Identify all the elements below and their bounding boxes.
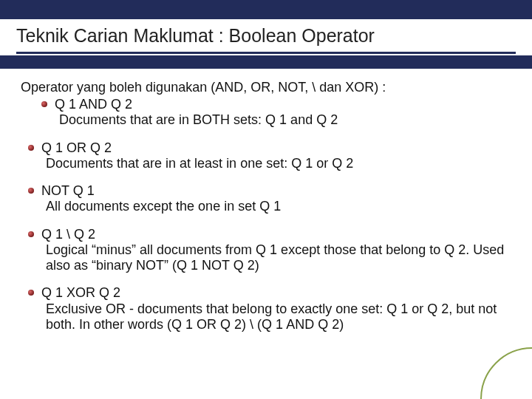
operator-minus: Q 1 \ Q 2 Logical “minus” all documents … bbox=[21, 227, 511, 274]
operator-title: Q 1 \ Q 2 bbox=[41, 227, 511, 242]
operator-description: Logical “minus” all documents from Q 1 e… bbox=[41, 242, 511, 273]
bullet-icon bbox=[41, 101, 47, 107]
intro-text: Operator yang boleh digunakan (AND, OR, … bbox=[21, 80, 511, 95]
operator-list: Q 1 OR Q 2 Documents that are in at leas… bbox=[21, 140, 511, 332]
operator-xor: Q 1 XOR Q 2 Exclusive OR - documents tha… bbox=[21, 285, 511, 332]
operator-description: Documents that are in BOTH sets: Q 1 and… bbox=[55, 112, 511, 128]
operator-description: All documents except the one in set Q 1 bbox=[41, 199, 511, 214]
operator-title: Q 1 XOR Q 2 bbox=[41, 285, 511, 301]
title-underline bbox=[16, 52, 516, 54]
operator-and: Q 1 AND Q 2 Documents that are in BOTH s… bbox=[21, 97, 511, 128]
slide-body: Operator yang boleh digunakan (AND, OR, … bbox=[21, 80, 511, 395]
title-thick-bar bbox=[0, 55, 532, 69]
operator-description: Exclusive OR - documents that belong to … bbox=[41, 301, 511, 332]
operator-or: Q 1 OR Q 2 Documents that are in at leas… bbox=[21, 140, 511, 171]
operator-title: Q 1 AND Q 2 bbox=[55, 97, 511, 112]
operator-title: Q 1 OR Q 2 bbox=[41, 140, 511, 156]
top-accent-bar bbox=[0, 0, 532, 19]
slide-title: Teknik Carian Maklumat : Boolean Operato… bbox=[16, 25, 516, 47]
operator-title: NOT Q 1 bbox=[41, 183, 511, 199]
operator-not: NOT Q 1 All documents except the one in … bbox=[21, 183, 511, 214]
operator-description: Documents that are in at least in one se… bbox=[41, 156, 511, 171]
